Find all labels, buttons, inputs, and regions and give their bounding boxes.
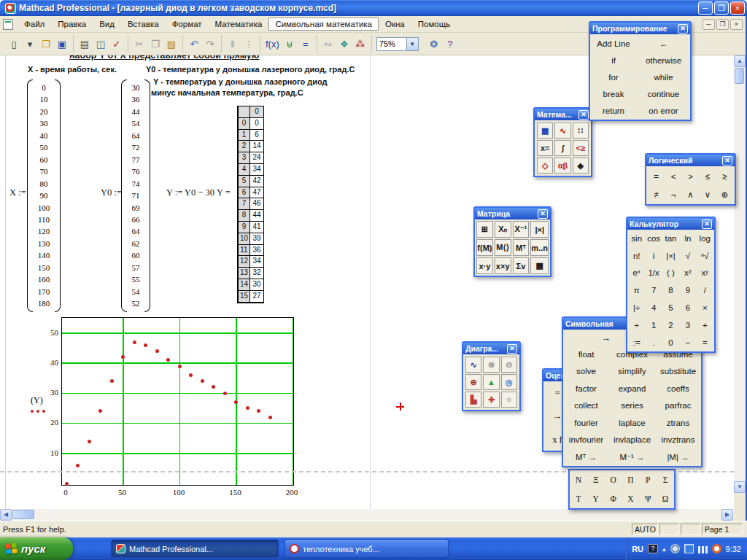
calculator-button[interactable]: log xyxy=(697,230,713,247)
calculator-button[interactable]: cos xyxy=(645,230,662,247)
matrix-operator-button[interactable]: |×| xyxy=(530,221,549,238)
symbolic-keyword-button[interactable]: M⁻¹ → xyxy=(609,448,655,466)
palette-boolean[interactable]: Логический ✕ =<>≤≥≠¬∧∨⊕ xyxy=(645,153,736,206)
greek-letter-button[interactable]: Ψ xyxy=(639,489,657,508)
matrix-operator-button[interactable]: X⁻¹ xyxy=(513,221,530,238)
calculator-button[interactable]: |÷ xyxy=(628,299,645,316)
programming-operator-button[interactable]: return xyxy=(590,102,637,119)
menu-format[interactable]: Формат xyxy=(166,18,209,31)
minimize-button[interactable]: ─ xyxy=(698,1,713,15)
palette-title-bar[interactable]: Матрица ✕ xyxy=(475,208,550,219)
math-toolbar-icon[interactable]: ◆ xyxy=(573,158,589,174)
toolbar-button-icon[interactable]: ✓ xyxy=(109,36,125,52)
symbolic-keyword-button[interactable]: solve xyxy=(563,363,609,381)
keyboard-help-icon[interactable]: ? xyxy=(648,544,658,553)
symbolic-keyword-button[interactable]: fourier xyxy=(563,414,609,432)
calculator-button[interactable]: xʸ xyxy=(697,265,713,282)
close-icon[interactable]: ✕ xyxy=(678,24,688,34)
zoom-value[interactable]: 75% xyxy=(376,37,407,51)
palette-title-bar[interactable]: Калькулятор ✕ xyxy=(627,218,714,230)
palette-matrix[interactable]: Матрица ✕ ⊞XₙX⁻¹|×|f(M)M⟨⟩Mᵀm..nx·yx×yΣv… xyxy=(473,206,551,277)
boolean-operator-button[interactable]: ≥ xyxy=(716,167,733,185)
graph-type-icon[interactable]: ✚ xyxy=(483,392,499,408)
programming-operator-button[interactable]: otherwise xyxy=(637,52,690,69)
calculator-button[interactable]: π xyxy=(628,281,645,299)
calculator-button[interactable]: √ xyxy=(679,247,696,265)
graph-type-icon[interactable]: ⊕ xyxy=(465,374,481,390)
scroll-down-icon[interactable]: ▼ xyxy=(734,481,746,493)
boolean-operator-button[interactable]: ∧ xyxy=(682,185,699,203)
symbolic-keyword-button[interactable]: simplify xyxy=(609,363,655,381)
symbolic-keyword-button[interactable]: factor xyxy=(563,380,609,397)
math-toolbar-icon[interactable]: ◇ xyxy=(537,158,553,174)
palette-greek[interactable]: ΝΞΟΠΡΣΤΥΦΧΨΩ xyxy=(568,469,676,510)
toolbar-button-icon[interactable]: ◫ xyxy=(93,36,109,52)
toolbar-button-icon[interactable]: ❒ xyxy=(38,36,54,52)
symbolic-keyword-button[interactable]: laplace xyxy=(609,414,655,432)
greek-letter-button[interactable]: Τ xyxy=(570,489,587,508)
toolbar-button-icon[interactable]: = xyxy=(298,36,314,52)
calculator-button[interactable]: i xyxy=(645,247,662,265)
programming-operator-button[interactable]: while xyxy=(637,69,690,85)
toolbar-button-icon[interactable]: ❐ xyxy=(147,36,163,52)
greek-letter-button[interactable]: Π xyxy=(622,470,640,489)
toolbar-button-icon[interactable]: ▨ xyxy=(163,36,179,52)
calculator-button[interactable]: := xyxy=(628,334,645,351)
close-icon[interactable]: ✕ xyxy=(538,209,548,219)
zoom-dropdown-icon[interactable]: ▼ xyxy=(407,37,419,51)
hide-icons-chevron-icon[interactable]: ▴ xyxy=(662,545,666,553)
calculator-button[interactable]: 2 xyxy=(662,316,679,334)
boolean-operator-button[interactable]: ∨ xyxy=(699,185,716,203)
vertical-scroll-thumb[interactable] xyxy=(735,68,744,84)
toolbar-button-icon[interactable]: ✂ xyxy=(131,36,147,52)
greek-letter-button[interactable]: Ο xyxy=(605,470,622,489)
calculator-button[interactable]: sin xyxy=(628,230,645,247)
zoom-combo[interactable]: 75% ▼ xyxy=(376,37,419,51)
matrix-operator-button[interactable]: x·y xyxy=(476,257,493,274)
symbolic-keyword-button[interactable]: invlaplace xyxy=(609,432,655,449)
palette-calculator[interactable]: Калькулятор ✕ sincostanlnlogn!i|×|√ⁿ√eˣ1… xyxy=(626,217,716,353)
symbolic-keyword-button[interactable]: expand xyxy=(609,380,655,397)
calculator-button[interactable]: 1 xyxy=(645,316,662,334)
horizontal-scroll-thumb[interactable] xyxy=(12,510,34,519)
math-toolbar-icon[interactable]: ▦ xyxy=(537,122,553,139)
palette-title-bar[interactable]: Программирование ✕ xyxy=(590,23,690,34)
greek-letter-button[interactable]: Ν xyxy=(570,470,587,489)
close-button[interactable]: × xyxy=(730,1,745,15)
graph-type-icon[interactable]: ▲ xyxy=(483,374,499,390)
matrix-operator-button[interactable]: ⊞ xyxy=(476,221,493,238)
matrix-operator-button[interactable]: M⟨⟩ xyxy=(495,239,511,256)
toolbar-button-icon[interactable]: f(x) xyxy=(263,36,282,52)
menu-windows[interactable]: Окна xyxy=(379,18,411,31)
x-matrix[interactable]: 0102030405060708090100110120130140150160… xyxy=(27,79,61,312)
menu-view[interactable]: Вид xyxy=(93,18,121,31)
vertical-scrollbar[interactable]: ▲ ▼ xyxy=(734,55,746,493)
boolean-operator-button[interactable]: > xyxy=(682,167,699,185)
toolbar-button-icon[interactable]: ⊎ xyxy=(282,36,298,52)
calculator-button[interactable]: ( ) xyxy=(662,265,679,282)
mdi-minimize-button[interactable]: ─ xyxy=(703,19,715,30)
greek-letter-button[interactable]: Σ xyxy=(657,470,674,489)
calculator-button[interactable]: ln xyxy=(679,230,696,247)
y0-matrix[interactable]: 30364454647277767471696664626057555452 xyxy=(121,79,150,312)
graph-type-icon[interactable]: ⊛ xyxy=(483,357,499,373)
y0-description[interactable]: Y0 - температура у донышка лазерного дио… xyxy=(146,65,355,74)
calculator-button[interactable]: × xyxy=(697,299,713,316)
programming-operator-button[interactable]: break xyxy=(590,85,637,102)
toolbar-button-icon[interactable]: ∾ xyxy=(320,36,336,52)
mdi-close-button[interactable]: × xyxy=(730,19,743,30)
matrix-operator-button[interactable]: x×y xyxy=(495,257,511,274)
greek-letter-button[interactable]: Ρ xyxy=(639,470,657,489)
start-button[interactable]: пуск xyxy=(0,537,73,560)
calculator-button[interactable]: 4 xyxy=(645,299,662,316)
programming-operator-button[interactable]: on error xyxy=(637,102,690,119)
boolean-operator-button[interactable]: < xyxy=(665,167,681,185)
calculator-button[interactable]: ÷ xyxy=(628,316,645,334)
menu-help[interactable]: Помощь xyxy=(411,18,457,31)
tray-volume-icon[interactable] xyxy=(698,546,708,553)
matrix-operator-button[interactable]: Xₙ xyxy=(495,221,511,238)
tray-clock-icon[interactable] xyxy=(670,544,680,553)
toolbar-button-icon[interactable]: ▤ xyxy=(77,36,93,52)
calculator-button[interactable]: 7 xyxy=(645,281,662,299)
menu-math[interactable]: Математика xyxy=(209,18,269,31)
